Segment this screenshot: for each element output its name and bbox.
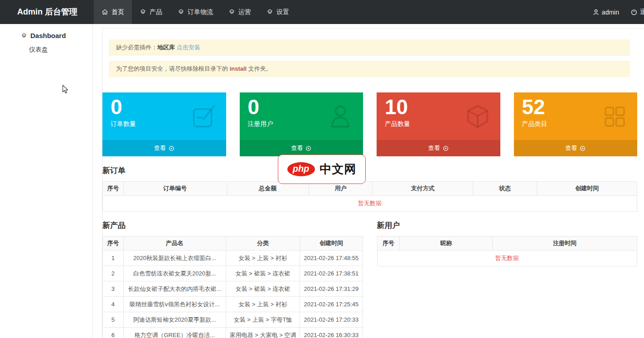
col-header: 产品名 [123, 237, 226, 251]
cell-index: 3 [103, 281, 124, 297]
app-title: Admin 后台管理 [0, 0, 94, 24]
col-header: 状态 [473, 182, 537, 196]
cube-icon [464, 103, 491, 130]
col-header: 序号 [103, 182, 124, 196]
eye-icon [580, 145, 586, 151]
nav-item-orders[interactable]: 订单物流 [170, 0, 221, 24]
mouse-cursor [62, 85, 68, 94]
logout-label: 退出 [640, 8, 644, 16]
eye-icon [169, 145, 174, 151]
alert-bold-text: install [230, 65, 247, 72]
product-row: 6格力空调（GREE）冷暖自洁...家用电器 > 大家电 > 空调2021-02… [103, 328, 363, 338]
cell-index: 2 [103, 266, 124, 281]
user-icon [592, 9, 600, 16]
table-header-row: 序号 昵称 注册时间 [377, 237, 637, 251]
layers-icon [266, 9, 273, 15]
cell-category: 女装 > 上装 > 衬衫 [226, 251, 300, 266]
no-data-text: 暂无数据 [377, 251, 637, 266]
cell-index: 1 [103, 251, 124, 266]
install-link[interactable]: 点击安装 [177, 44, 200, 51]
col-header: 序号 [103, 237, 124, 251]
nav-label: 订单物流 [188, 8, 213, 16]
sidebar: Dashboard 仪表盘 [0, 24, 93, 338]
col-header: 昵称 [400, 237, 493, 251]
cell-product-name: 2020秋装新款长袖上衣缎面白... [123, 251, 226, 266]
empty-row: 暂无数据 [377, 251, 637, 266]
edit-icon [190, 103, 217, 130]
nav-label: 运营 [238, 8, 251, 16]
col-header: 订单编号 [123, 182, 227, 196]
col-header: 序号 [377, 237, 400, 251]
main-menu: 首页 产品 订单物流 运营 设置 [94, 0, 297, 24]
col-header: 注册时间 [493, 237, 637, 251]
new-users-title: 新用户 [377, 222, 638, 230]
cell-index: 6 [103, 328, 124, 338]
new-orders-section: 新订单 序号 订单编号 总金额 用户 支付方式 状态 创建时间 暂无数据 [102, 167, 637, 212]
layers-icon [21, 33, 27, 39]
nav-item-products[interactable]: 产品 [132, 0, 170, 24]
sidebar-item-dashboard[interactable]: 仪表盘 [29, 46, 92, 54]
nav-label: 产品 [150, 8, 162, 16]
cell-index: 4 [103, 297, 124, 312]
nav-label: 设置 [276, 8, 289, 16]
cell-category: 女装 > 上装 > 衬衫 [226, 297, 300, 312]
view-label: 查看 [428, 144, 440, 152]
php-logo-badge: php [287, 162, 315, 176]
view-link[interactable]: 查看 [514, 140, 638, 156]
nav-item-operations[interactable]: 运营 [221, 0, 259, 24]
cell-product-name: 格力空调（GREE）冷暖自洁... [123, 328, 226, 338]
cell-created: 2021-02-26 17:48:55 [300, 251, 363, 266]
cell-created: 2021-02-26 17:38:51 [300, 266, 363, 281]
stat-card-products: 10 产品数量 查看 [377, 92, 500, 156]
cell-product-name: 吸睛丝垂雪纺v领黑色衬衫女设计... [123, 297, 226, 312]
alert-bold-text: 地区库 [157, 44, 177, 51]
cell-created: 2021-02-26 17:25:45 [300, 297, 363, 312]
alert-missing-plugin: 缺少必需插件：地区库 点击安装 [109, 39, 630, 56]
no-data-text: 暂无数据 [103, 196, 637, 212]
grid-icon [601, 103, 628, 130]
nav-item-settings[interactable]: 设置 [259, 0, 297, 24]
cell-index: 5 [103, 312, 124, 328]
alert-text: 文件夹。 [247, 65, 272, 72]
cell-category: 女装 > 裙装 > 连衣裙 [226, 281, 300, 297]
person-icon [327, 103, 354, 130]
eye-icon [305, 145, 311, 151]
user-menu[interactable]: admin [592, 9, 619, 16]
view-link[interactable]: 查看 [377, 140, 500, 156]
view-link[interactable]: 查看 [240, 140, 363, 156]
alert-security: 为了您的项目安全，请尽快移除根目录下的 install 文件夹。 [109, 61, 630, 77]
col-header: 分类 [226, 237, 300, 251]
product-row: 3长款仙女裙子配大衣的内搭毛衣裙...女装 > 裙装 > 连衣裙2021-02-… [103, 281, 363, 297]
table-header-row: 序号 产品名 分类 创建时间 [103, 237, 363, 251]
new-products-section: 新产品 序号 产品名 分类 创建时间 12020秋装新款长袖上衣缎面白...女装… [102, 222, 363, 338]
alert-text: 为了您的项目安全，请尽快移除根目录下的 [116, 65, 230, 72]
main-content: 缺少必需插件：地区库 点击安装 为了您的项目安全，请尽快移除根目录下的 inst… [102, 28, 644, 338]
username: admin [602, 9, 619, 16]
cell-product-name: 阿迪达斯短袖女2020夏季新款... [123, 312, 226, 328]
new-users-section: 新用户 序号 昵称 注册时间 暂无数据 [377, 222, 638, 338]
alert-text: 缺少必需插件： [116, 44, 157, 51]
power-icon [630, 9, 638, 16]
php-logo-text: 中文网 [320, 161, 357, 177]
col-header: 支付方式 [373, 182, 473, 196]
cell-created: 2021-02-26 16:30:33 [300, 328, 363, 338]
new-products-title: 新产品 [102, 222, 363, 230]
cell-product-name: 白色雪纺连衣裙女夏天2020新... [123, 266, 226, 281]
product-row: 5阿迪达斯短袖女2020夏季新款...女装 > 上装 > 字母T恤2021-02… [103, 312, 363, 328]
logout-button[interactable]: 退出 [630, 8, 644, 16]
product-row: 12020秋装新款长袖上衣缎面白...女装 > 上装 > 衬衫2021-02-2… [103, 251, 363, 266]
product-row: 4吸睛丝垂雪纺v领黑色衬衫女设计...女装 > 上装 > 衬衫2021-02-2… [103, 297, 363, 312]
eye-icon [443, 145, 449, 151]
cell-category: 女装 > 裙装 > 连衣裙 [226, 266, 300, 281]
nav-item-home[interactable]: 首页 [94, 0, 132, 24]
view-link[interactable]: 查看 [102, 140, 226, 156]
cell-category: 家用电器 > 大家电 > 空调 [226, 328, 300, 338]
cell-category: 女装 > 上装 > 字母T恤 [226, 312, 300, 328]
view-label: 查看 [565, 144, 577, 152]
sidebar-group-dashboard[interactable]: Dashboard [21, 32, 92, 39]
users-table: 序号 昵称 注册时间 暂无数据 [377, 236, 638, 266]
empty-row: 暂无数据 [103, 196, 637, 212]
new-orders-title: 新订单 [102, 167, 637, 175]
stat-card-users: 0 注册用户 查看 [240, 92, 363, 156]
products-table: 序号 产品名 分类 创建时间 12020秋装新款长袖上衣缎面白...女装 > 上… [102, 236, 363, 338]
